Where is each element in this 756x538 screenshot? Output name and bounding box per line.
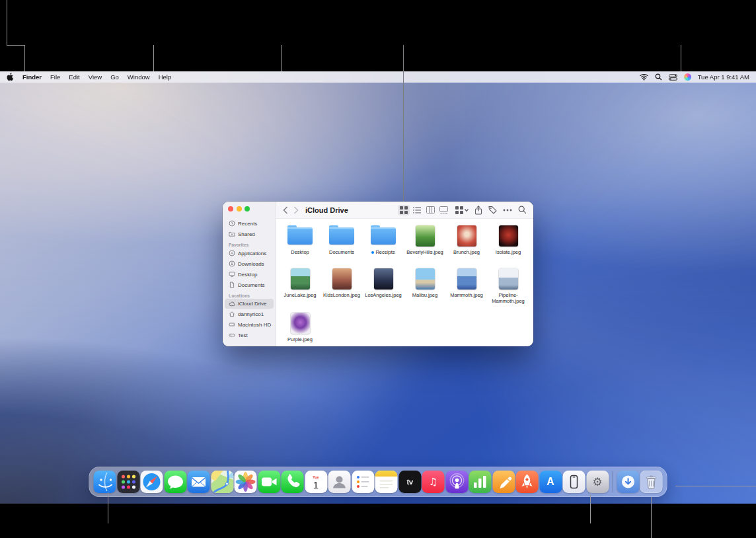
sidebar-item-test[interactable]: Test bbox=[223, 330, 276, 340]
file-item[interactable]: Desktop bbox=[281, 224, 319, 256]
dock-music-icon[interactable]: ♫ bbox=[422, 471, 445, 493]
sidebar-item-documents[interactable]: Documents bbox=[223, 280, 276, 290]
file-label: Pipeline-Mammoth.jpeg bbox=[489, 293, 527, 305]
dock-downloads-icon[interactable] bbox=[617, 471, 639, 493]
file-label: Desktop bbox=[281, 250, 319, 256]
dock-mail-icon[interactable] bbox=[188, 471, 210, 493]
dock-tv-icon[interactable]: tv bbox=[398, 471, 421, 493]
sidebar-item-downloads[interactable]: Downloads bbox=[223, 258, 276, 269]
dock-maps-icon[interactable] bbox=[211, 471, 233, 493]
menu-item-view[interactable]: View bbox=[89, 73, 102, 81]
dock-numbers-icon[interactable] bbox=[469, 471, 492, 493]
close-button[interactable] bbox=[228, 206, 233, 211]
gallery-view-button[interactable] bbox=[437, 205, 449, 215]
sidebar-item-dannyrico1[interactable]: dannyrico1 bbox=[223, 309, 276, 319]
sidebar-item-shared[interactable]: Shared bbox=[223, 229, 276, 239]
file-item[interactable]: Receipts bbox=[364, 224, 402, 256]
file-label: Isolate.jpeg bbox=[489, 250, 527, 256]
dock-games-icon[interactable] bbox=[516, 471, 539, 493]
menu-item-finder[interactable]: Finder bbox=[22, 73, 42, 81]
dock-reminders-icon[interactable] bbox=[352, 471, 374, 493]
dock-phone-icon[interactable] bbox=[282, 471, 304, 493]
dock-safari-icon[interactable] bbox=[141, 471, 163, 493]
minimize-button[interactable] bbox=[237, 206, 242, 211]
control-center-icon[interactable] bbox=[669, 74, 677, 81]
sidebar-item-icloud-drive[interactable]: iCloud Drive bbox=[225, 299, 274, 309]
apple-menu-icon[interactable] bbox=[7, 73, 14, 81]
file-item[interactable]: Mammoth.jpeg bbox=[447, 267, 486, 299]
file-label: Receipts bbox=[364, 250, 402, 256]
dock-trash-icon[interactable] bbox=[640, 471, 663, 493]
dock-app-store-icon[interactable]: A bbox=[539, 471, 562, 493]
search-icon[interactable] bbox=[518, 206, 527, 214]
sidebar-item-applications[interactable]: A Applications bbox=[223, 248, 276, 258]
more-icon[interactable] bbox=[503, 209, 512, 211]
sidebar-item-label: Documents bbox=[238, 282, 264, 288]
menu-bar-clock[interactable]: Tue Apr 1 9:41 AM bbox=[698, 73, 749, 81]
forward-button[interactable] bbox=[293, 206, 299, 214]
file-item[interactable]: Pipeline-Mammoth.jpeg bbox=[489, 267, 527, 305]
image-thumbnail bbox=[332, 268, 352, 289]
menu-item-file[interactable]: File bbox=[50, 73, 60, 81]
menu-item-edit[interactable]: Edit bbox=[69, 73, 79, 81]
menu-item-go[interactable]: Go bbox=[110, 73, 119, 81]
sidebar-item-label: Test bbox=[238, 332, 248, 338]
file-label: Mammoth.jpeg bbox=[447, 293, 486, 299]
dock-iphone-mirroring-icon[interactable] bbox=[563, 471, 586, 493]
desktop-wallpaper[interactable]: Finder File Edit View Go Window Help Tue… bbox=[0, 71, 756, 504]
tags-icon[interactable] bbox=[488, 206, 497, 214]
file-item[interactable]: Isolate.jpeg bbox=[489, 224, 527, 256]
dock-finder-icon[interactable] bbox=[94, 471, 116, 493]
image-thumbnail bbox=[457, 225, 476, 247]
file-item[interactable]: Brunch.jpeg bbox=[447, 224, 486, 256]
callout-line bbox=[281, 45, 282, 71]
share-icon[interactable] bbox=[474, 206, 482, 215]
downloads-icon bbox=[229, 260, 235, 267]
callout-line bbox=[153, 45, 154, 71]
applications-icon: A bbox=[229, 250, 235, 256]
dock-calendar-icon[interactable]: Tue 1 bbox=[305, 471, 327, 493]
menu-item-help[interactable]: Help bbox=[159, 73, 172, 81]
image-thumbnail bbox=[291, 313, 310, 334]
file-item[interactable]: JuneLake.jpeg bbox=[281, 267, 319, 299]
clock-icon bbox=[229, 220, 235, 227]
file-item[interactable]: Purple.jpeg bbox=[281, 311, 319, 343]
dock-photos-icon[interactable] bbox=[235, 471, 257, 493]
sidebar-item-recents[interactable]: Recents bbox=[223, 218, 276, 229]
dock-facetime-icon[interactable] bbox=[258, 471, 280, 493]
file-item[interactable]: LosAngeles.jpeg bbox=[364, 267, 402, 299]
dock-system-settings-icon[interactable]: ⚙ bbox=[586, 471, 609, 493]
app-store-logo-text: A bbox=[547, 477, 554, 487]
siri-icon[interactable] bbox=[684, 73, 691, 81]
file-label: LosAngeles.jpeg bbox=[364, 293, 402, 299]
sidebar-item-desktop[interactable]: Desktop bbox=[223, 269, 276, 280]
sidebar-item-label: Downloads bbox=[238, 261, 264, 267]
wifi-icon[interactable] bbox=[640, 74, 648, 81]
menu-item-window[interactable]: Window bbox=[128, 73, 150, 81]
column-view-button[interactable] bbox=[424, 205, 436, 215]
dock-messages-icon[interactable] bbox=[164, 471, 186, 493]
list-view-button[interactable] bbox=[411, 205, 423, 215]
file-item[interactable]: BeverlyHills.jpeg bbox=[406, 224, 444, 256]
sidebar-item-macintosh-hd[interactable]: Macintosh HD bbox=[223, 319, 276, 330]
dock-launchpad-icon[interactable] bbox=[117, 471, 139, 493]
file-item[interactable]: Documents bbox=[322, 224, 361, 256]
finder-toolbar: iCloud Drive bbox=[276, 202, 533, 219]
dock-pages-icon[interactable] bbox=[492, 471, 515, 493]
toolbar-controls bbox=[398, 205, 527, 215]
back-button[interactable] bbox=[283, 206, 288, 214]
dock-separator bbox=[613, 471, 613, 492]
group-button[interactable] bbox=[455, 206, 469, 214]
dock-podcasts-icon[interactable] bbox=[445, 471, 468, 493]
file-label: KidsLondon.jpeg bbox=[322, 293, 361, 299]
dock-contacts-icon[interactable] bbox=[328, 471, 351, 493]
dock-notes-icon[interactable] bbox=[375, 471, 398, 493]
sidebar-item-label: Recents bbox=[238, 221, 257, 227]
file-item[interactable]: Malibu.jpeg bbox=[406, 267, 444, 299]
file-item[interactable]: KidsLondon.jpeg bbox=[322, 267, 361, 299]
icon-view-button[interactable] bbox=[398, 205, 410, 215]
image-thumbnail bbox=[416, 225, 435, 247]
zoom-button[interactable] bbox=[245, 206, 250, 211]
traffic-lights bbox=[228, 206, 250, 211]
spotlight-icon[interactable] bbox=[655, 73, 662, 81]
